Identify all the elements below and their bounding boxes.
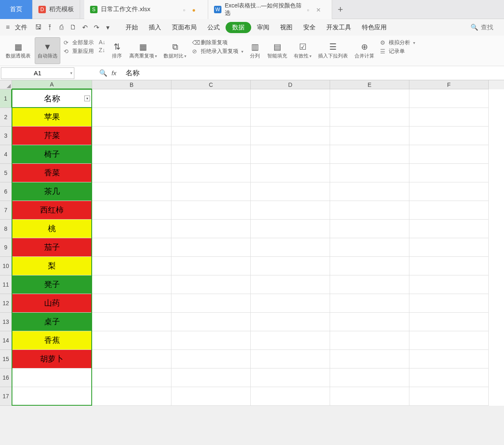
row-header-11[interactable]: 11 — [0, 275, 12, 294]
cell-D2[interactable] — [251, 108, 330, 127]
cell-C1[interactable] — [171, 89, 251, 108]
cell-D17[interactable] — [251, 387, 330, 406]
col-header-F[interactable]: F — [409, 80, 489, 89]
cell-B4[interactable] — [92, 145, 171, 164]
cell-B10[interactable] — [92, 257, 171, 275]
cell-D7[interactable] — [251, 201, 330, 220]
cell-F9[interactable] — [409, 238, 489, 257]
cell-D13[interactable] — [251, 313, 330, 331]
print-preview-icon[interactable]: 🗋 — [68, 22, 78, 33]
cell-F4[interactable] — [409, 145, 489, 164]
ribbon-delete-dup[interactable]: ⌫删除重复项 — [192, 39, 243, 46]
cell-D5[interactable] — [251, 164, 330, 182]
cell-C14[interactable] — [171, 331, 251, 350]
cell-E2[interactable] — [330, 108, 409, 127]
row-header-5[interactable]: 5 — [0, 164, 12, 182]
cell-D8[interactable] — [251, 220, 330, 238]
cell-D10[interactable] — [251, 257, 330, 275]
cell-E5[interactable] — [330, 164, 409, 182]
cell-D16[interactable] — [251, 368, 330, 387]
tab-close-icon[interactable]: ✕ — [316, 7, 322, 12]
cell-A14[interactable]: 香蕉 — [12, 331, 92, 350]
cell-B3[interactable] — [92, 127, 171, 145]
col-header-C[interactable]: C — [171, 80, 251, 89]
cell-F3[interactable] — [409, 127, 489, 145]
more-icon[interactable]: ▾ — [102, 22, 113, 33]
col-header-A[interactable]: A — [12, 80, 92, 89]
row-header-7[interactable]: 7 — [0, 201, 12, 220]
chevron-down-icon[interactable]: ▾ — [70, 71, 72, 75]
row-header-4[interactable]: 4 — [0, 145, 12, 164]
cell-E12[interactable] — [330, 294, 409, 313]
cell-F5[interactable] — [409, 164, 489, 182]
ribbon-record[interactable]: ☰记录单 — [380, 48, 415, 55]
cell-A7[interactable]: 西红柿 — [12, 201, 92, 220]
new-tab-button[interactable]: + — [332, 4, 349, 15]
cell-D15[interactable] — [251, 350, 330, 368]
cell-C3[interactable] — [171, 127, 251, 145]
cell-C13[interactable] — [171, 313, 251, 331]
row-header-14[interactable]: 14 — [0, 331, 12, 350]
cell-A4[interactable]: 椅子 — [12, 145, 92, 164]
cell-E13[interactable] — [330, 313, 409, 331]
ribbon-reject-dup[interactable]: ⊘拒绝录入重复项▾ — [192, 48, 243, 55]
cell-C9[interactable] — [171, 238, 251, 257]
row-header-9[interactable]: 9 — [0, 238, 12, 257]
export-icon[interactable]: ⭱ — [45, 22, 55, 33]
row-header-16[interactable]: 16 — [0, 368, 12, 387]
cell-C11[interactable] — [171, 275, 251, 294]
ribbon-validity[interactable]: ☑ 有效性▾ — [291, 37, 314, 64]
row-header-15[interactable]: 15 — [0, 350, 12, 368]
cell-A13[interactable]: 桌子 — [12, 313, 92, 331]
row-header-12[interactable]: 12 — [0, 294, 12, 313]
formula-input[interactable]: 名称 — [121, 68, 504, 78]
cell-B16[interactable] — [92, 368, 171, 387]
cell-C16[interactable] — [171, 368, 251, 387]
hamburger-icon[interactable]: ≡ — [2, 22, 13, 33]
cell-A8[interactable]: 桃 — [12, 220, 92, 238]
cell-C8[interactable] — [171, 220, 251, 238]
cell-A1[interactable]: 名称▾ — [12, 89, 92, 108]
search-box[interactable]: 🔍 查找 — [471, 24, 502, 31]
cell-F7[interactable] — [409, 201, 489, 220]
cell-C15[interactable] — [171, 350, 251, 368]
menu-special[interactable]: 特色应用 — [357, 22, 392, 33]
row-header-10[interactable]: 10 — [0, 257, 12, 275]
menu-view[interactable]: 视图 — [275, 22, 297, 33]
filter-dropdown-button[interactable]: ▾ — [84, 96, 90, 101]
ribbon-insert-dropdown[interactable]: ☰ 插入下拉列表 — [316, 37, 350, 64]
row-header-13[interactable]: 13 — [0, 313, 12, 331]
ribbon-text-to-col[interactable]: ▥ 分列 — [247, 37, 263, 64]
cell-E8[interactable] — [330, 220, 409, 238]
cell-B1[interactable] — [92, 89, 171, 108]
grid-body[interactable]: 名称▾苹果芹菜椅子香菜茶几西红柿桃茄子梨凳子山药桌子香蕉胡萝卜 — [12, 89, 489, 406]
cell-A16[interactable] — [12, 368, 92, 387]
cell-A12[interactable]: 山药 — [12, 294, 92, 313]
tab-home[interactable]: 首页 — [0, 0, 33, 19]
cell-B7[interactable] — [92, 201, 171, 220]
row-header-1[interactable]: 1 — [0, 89, 12, 108]
row-header-17[interactable]: 17 — [0, 387, 12, 406]
col-header-E[interactable]: E — [330, 80, 409, 89]
tab-menu-icon[interactable]: ▫ — [183, 7, 189, 12]
ribbon-highlight-dup[interactable]: ▦ 高亮重复项▾ — [127, 37, 159, 64]
cell-E3[interactable] — [330, 127, 409, 145]
cell-D1[interactable] — [251, 89, 330, 108]
cell-F12[interactable] — [409, 294, 489, 313]
cell-F10[interactable] — [409, 257, 489, 275]
cell-B9[interactable] — [92, 238, 171, 257]
fx-button[interactable]: fx — [112, 69, 116, 77]
cell-F17[interactable] — [409, 387, 489, 406]
ribbon-whatif[interactable]: ⚙模拟分析▾ — [380, 39, 415, 46]
cell-E10[interactable] — [330, 257, 409, 275]
cell-A11[interactable]: 凳子 — [12, 275, 92, 294]
tab-menu-icon[interactable]: ▫ — [307, 7, 313, 12]
menu-start[interactable]: 开始 — [121, 22, 143, 33]
cell-E7[interactable] — [330, 201, 409, 220]
zoom-icon[interactable]: 🔍 — [99, 69, 107, 77]
cell-B6[interactable] — [92, 182, 171, 201]
cell-E1[interactable] — [330, 89, 409, 108]
ribbon-data-compare[interactable]: ⧉ 数据对比▾ — [161, 37, 189, 64]
cell-E9[interactable] — [330, 238, 409, 257]
cell-B14[interactable] — [92, 331, 171, 350]
